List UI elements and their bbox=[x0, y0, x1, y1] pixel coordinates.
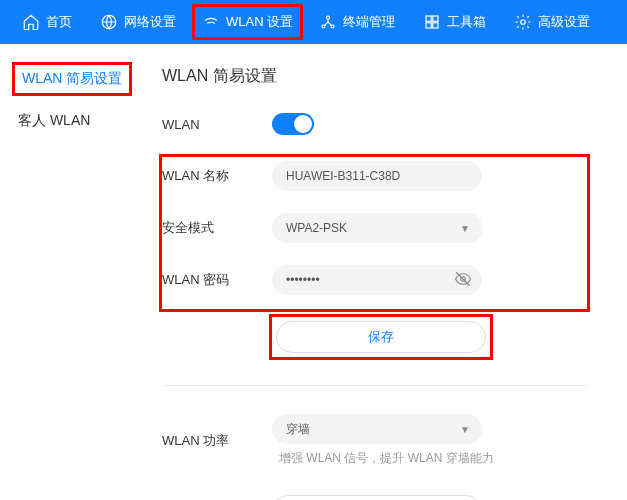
password-label: WLAN 密码 bbox=[162, 271, 272, 289]
wlan-toggle[interactable] bbox=[272, 113, 314, 135]
sidebar-wlan-basic[interactable]: WLAN 简易设置 bbox=[14, 64, 130, 94]
eye-off-icon[interactable] bbox=[454, 270, 472, 291]
power-hint: 增强 WLAN 信号，提升 WLAN 穿墙能力 bbox=[279, 450, 587, 467]
security-value: WPA2-PSK bbox=[286, 221, 347, 235]
password-input[interactable]: •••••••• bbox=[272, 265, 482, 295]
globe-icon bbox=[100, 13, 118, 31]
wlan-name-label: WLAN 名称 bbox=[162, 167, 272, 185]
nav-label: 工具箱 bbox=[447, 13, 486, 31]
svg-rect-5 bbox=[433, 16, 438, 21]
gear-icon bbox=[514, 13, 532, 31]
wlan-name-input[interactable] bbox=[272, 161, 482, 191]
main-content: WLAN 简易设置 WLAN WLAN 名称 安全模式 WPA2 bbox=[162, 44, 627, 500]
wlan-toggle-label: WLAN bbox=[162, 117, 272, 132]
svg-point-8 bbox=[521, 20, 526, 25]
sidebar: WLAN 简易设置 客人 WLAN bbox=[0, 44, 162, 500]
svg-rect-7 bbox=[433, 23, 438, 28]
nav-home[interactable]: 首页 bbox=[8, 0, 86, 44]
tools-icon bbox=[423, 13, 441, 31]
nav-label: WLAN 设置 bbox=[226, 13, 293, 31]
sidebar-item-label: WLAN 简易设置 bbox=[22, 70, 122, 86]
save-highlight: 保存 bbox=[272, 317, 490, 357]
top-nav: 首页 网络设置 WLAN 设置 终端管理 工具箱 高级设置 bbox=[0, 0, 627, 44]
divider bbox=[162, 385, 587, 386]
sidebar-guest-wlan[interactable]: 客人 WLAN bbox=[14, 104, 162, 138]
svg-rect-4 bbox=[426, 16, 431, 21]
nav-label: 终端管理 bbox=[343, 13, 395, 31]
sidebar-item-label: 客人 WLAN bbox=[18, 112, 90, 128]
password-value: •••••••• bbox=[286, 273, 320, 287]
page-title: WLAN 简易设置 bbox=[162, 66, 587, 87]
wlan-group-highlight: WLAN 名称 安全模式 WPA2-PSK ▼ WLAN 密码 bbox=[162, 157, 587, 309]
nav-label: 首页 bbox=[46, 13, 72, 31]
nav-label: 网络设置 bbox=[124, 13, 176, 31]
chevron-down-icon: ▼ bbox=[460, 223, 470, 234]
security-select[interactable]: WPA2-PSK ▼ bbox=[272, 213, 482, 243]
wlan-name-field[interactable] bbox=[286, 169, 468, 183]
svg-point-1 bbox=[327, 16, 330, 19]
nav-terminal[interactable]: 终端管理 bbox=[305, 0, 409, 44]
nav-label: 高级设置 bbox=[538, 13, 590, 31]
nav-advanced[interactable]: 高级设置 bbox=[500, 0, 604, 44]
wifi-icon bbox=[202, 13, 220, 31]
save-button[interactable]: 保存 bbox=[276, 321, 486, 353]
nav-wlan[interactable]: WLAN 设置 bbox=[192, 4, 303, 40]
save-label: 保存 bbox=[368, 328, 394, 346]
home-icon bbox=[22, 13, 40, 31]
nodes-icon bbox=[319, 13, 337, 31]
save-power-button[interactable]: 保存 bbox=[272, 495, 482, 500]
security-label: 安全模式 bbox=[162, 219, 272, 237]
svg-rect-6 bbox=[426, 23, 431, 28]
nav-tools[interactable]: 工具箱 bbox=[409, 0, 500, 44]
power-select[interactable]: 穿墙 ▼ bbox=[272, 414, 482, 444]
nav-network[interactable]: 网络设置 bbox=[86, 0, 190, 44]
power-label: WLAN 功率 bbox=[162, 432, 272, 450]
power-value: 穿墙 bbox=[286, 421, 310, 438]
chevron-down-icon: ▼ bbox=[460, 424, 470, 435]
